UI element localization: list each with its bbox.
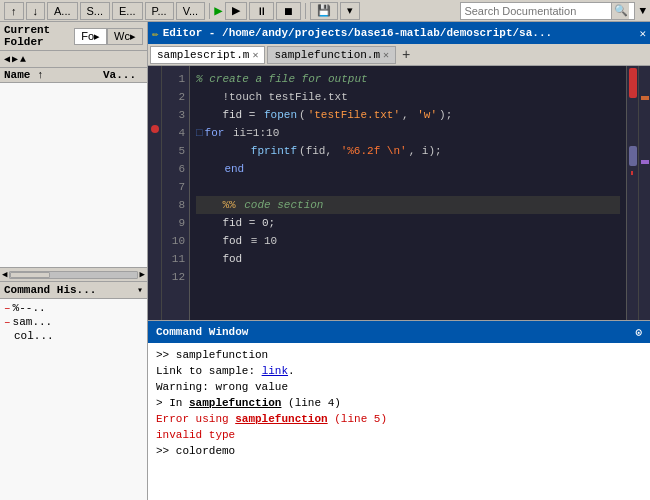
add-tab-icon[interactable]: + — [398, 47, 414, 63]
editor-tab-samplefunction[interactable]: samplefunction.m ✕ — [267, 46, 396, 64]
bp-5[interactable] — [148, 138, 161, 156]
code-text: 'testFile.txt' — [308, 109, 400, 121]
cmd-func-link[interactable]: samplefunction — [189, 397, 281, 409]
code-area[interactable]: % create a file for output !touch testFi… — [190, 66, 626, 320]
file-browser-nav: ◀ ▶ ▲ — [0, 51, 147, 68]
code-text: , i); — [409, 145, 442, 157]
panel-tab-workspace[interactable]: Wc▸ — [107, 28, 143, 45]
bp-1[interactable] — [148, 66, 161, 84]
play-icon: ▶ — [214, 2, 222, 19]
toolbar-tab-a[interactable]: A... — [47, 2, 78, 20]
toolbar-tab-prev[interactable]: ↓ — [26, 2, 46, 20]
line-num-7: 7 — [162, 178, 189, 196]
cmd-warning-text: Warning: wrong value — [156, 381, 288, 393]
cmd-history-expand-icon[interactable]: ▾ — [137, 284, 143, 296]
code-text: !touch testFile.txt — [196, 91, 348, 103]
line-num-6: 6 — [162, 160, 189, 178]
command-window-label: Command Window — [156, 326, 248, 338]
command-window-content[interactable]: >> samplefunction Link to sample: link. … — [148, 343, 650, 500]
file-browser-header: Current Folder Fo▸ Wc▸ — [0, 22, 147, 51]
command-window-expand-icon[interactable]: ⊙ — [635, 326, 642, 339]
bp-8[interactable] — [148, 192, 161, 210]
toolbar-run-btn[interactable]: ▶ — [225, 2, 247, 20]
editor-tab-samplescript[interactable]: samplescript.m ✕ — [150, 46, 265, 64]
editor-header: ✏ Editor - /home/andy/projects/base16-ma… — [148, 22, 650, 44]
bp-6[interactable] — [148, 156, 161, 174]
cmd-error-func-link[interactable]: samplefunction — [235, 413, 327, 425]
cmd-history-item[interactable]: – %--.. — [4, 301, 143, 315]
cmd-history-item[interactable]: col... — [4, 329, 143, 343]
bp-10[interactable] — [148, 228, 161, 246]
cmd-text: col... — [4, 330, 54, 342]
code-text — [196, 163, 222, 175]
col-val-header: Va... — [103, 69, 143, 81]
nav-back-icon[interactable]: ◀ — [4, 53, 10, 65]
code-text: fid = 0; — [196, 217, 275, 229]
bp-7[interactable] — [148, 174, 161, 192]
editor-title: ✏ Editor - /home/andy/projects/base16-ma… — [152, 27, 552, 40]
tab-close-icon[interactable]: ✕ — [252, 49, 258, 61]
code-editor: 1 2 3 4 5 6 7 8 9 10 11 12 % create a fi… — [148, 66, 650, 320]
cmd-output-line: Link to sample: link. — [156, 363, 642, 379]
code-text: ( — [299, 109, 306, 121]
code-text: ii=1:10 — [226, 127, 279, 139]
code-line-12 — [196, 268, 620, 286]
line-num-4: 4 — [162, 124, 189, 142]
toolbar-step-btn[interactable]: ⏸ — [249, 2, 274, 20]
line-num-12: 12 — [162, 268, 189, 286]
code-text: %% — [196, 199, 242, 211]
code-text: for — [205, 127, 225, 139]
toolbar-more-btn[interactable]: ▾ — [340, 2, 360, 20]
nav-up-icon[interactable]: ▲ — [20, 54, 26, 65]
bp-2[interactable] — [148, 84, 161, 102]
code-text — [196, 145, 249, 157]
toolbar-tab-recent[interactable]: ↑ — [4, 2, 24, 20]
search-input[interactable] — [461, 5, 611, 17]
margin-mark-2 — [641, 160, 649, 164]
tab-close-icon[interactable]: ✕ — [383, 49, 389, 61]
code-text: fod — [196, 253, 242, 265]
editor-window-controls: ✕ — [639, 27, 646, 40]
toolbar-stop-btn[interactable]: ⏹ — [276, 2, 301, 20]
toolbar-tab-e[interactable]: E... — [112, 2, 143, 20]
code-line-1: % create a file for output — [196, 70, 620, 88]
code-line-2: !touch testFile.txt — [196, 88, 620, 106]
bp-11[interactable] — [148, 246, 161, 264]
bp-9[interactable] — [148, 210, 161, 228]
search-icon[interactable]: 🔍 — [611, 3, 629, 19]
bp-4[interactable] — [148, 120, 161, 138]
editor-close-icon[interactable]: ✕ — [639, 27, 646, 40]
cmd-text: (line 4) — [281, 397, 340, 409]
filter-icon[interactable]: ▼ — [639, 5, 646, 17]
cmd-text: %--.. — [13, 302, 46, 314]
bp-12[interactable] — [148, 264, 161, 282]
line-num-11: 11 — [162, 250, 189, 268]
cmd-text: > In — [156, 397, 189, 409]
scroll-thumb[interactable] — [10, 272, 50, 278]
code-line-7 — [196, 178, 620, 196]
line-num-8: 8 — [162, 196, 189, 214]
panel-header-tabs: Fo▸ Wc▸ — [74, 28, 143, 45]
cmd-minus-icon: – — [4, 316, 11, 328]
toolbar-save-btn[interactable]: 💾 — [310, 2, 338, 20]
tab-label: samplescript.m — [157, 49, 249, 61]
toolbar-tab-p[interactable]: P... — [145, 2, 174, 20]
panel-tab-folder[interactable]: Fo▸ — [74, 28, 107, 45]
code-text: '%6.2f \n' — [341, 145, 407, 157]
scroll-track[interactable] — [9, 271, 137, 279]
toolbar-tab-v[interactable]: V... — [176, 2, 206, 20]
editor-scrollbar[interactable] — [626, 66, 638, 320]
toolbar-tab-s[interactable]: S... — [80, 2, 111, 20]
cmd-link[interactable]: link — [262, 365, 288, 377]
scroll-right-icon[interactable]: ▶ — [140, 269, 145, 280]
code-text: fid = — [196, 109, 262, 121]
bp-3[interactable] — [148, 102, 161, 120]
nav-fwd-icon[interactable]: ▶ — [12, 53, 18, 65]
cmd-history-item[interactable]: – sam... — [4, 315, 143, 329]
scroll-left-icon[interactable]: ◀ — [2, 269, 7, 280]
cmd-error-detail: invalid type — [156, 429, 235, 441]
toolbar: ↑ ↓ A... S... E... P... V... ▶ ▶ ⏸ ⏹ 💾 ▾… — [0, 0, 650, 22]
right-panel: ✏ Editor - /home/andy/projects/base16-ma… — [148, 22, 650, 500]
code-text: , — [402, 109, 415, 121]
editor-tabs: samplescript.m ✕ samplefunction.m ✕ + — [148, 44, 650, 66]
